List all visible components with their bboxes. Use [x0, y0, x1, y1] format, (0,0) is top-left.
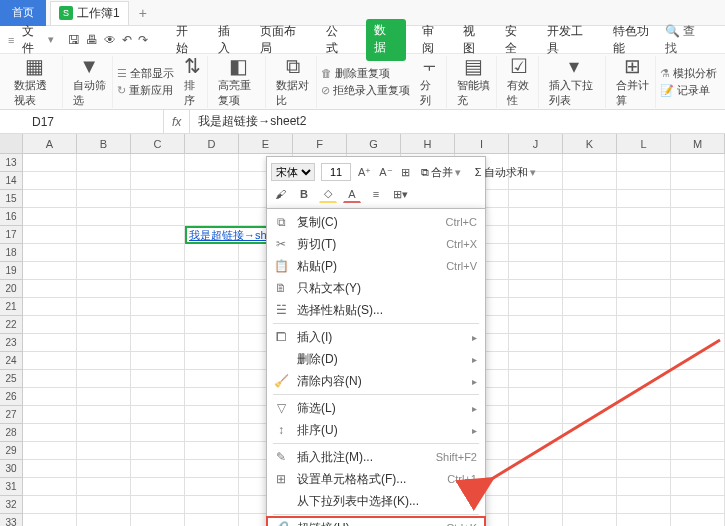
ribbon-insert-dropdown[interactable]: ▾插入下拉列表 — [543, 56, 606, 108]
cell[interactable] — [131, 334, 185, 352]
row-header[interactable]: 27 — [0, 406, 23, 424]
row-header[interactable]: 31 — [0, 478, 23, 496]
cell[interactable] — [509, 514, 563, 526]
cell[interactable] — [671, 442, 725, 460]
cell[interactable] — [77, 154, 131, 172]
cell[interactable] — [617, 352, 671, 370]
cell[interactable] — [23, 298, 77, 316]
tab-3[interactable]: 公式 — [324, 19, 352, 61]
cell[interactable] — [563, 208, 617, 226]
cell[interactable] — [617, 424, 671, 442]
cell[interactable] — [131, 514, 185, 526]
cell[interactable] — [23, 496, 77, 514]
cell[interactable] — [131, 172, 185, 190]
cell[interactable] — [131, 406, 185, 424]
cell[interactable] — [185, 406, 239, 424]
cell[interactable] — [23, 316, 77, 334]
cell[interactable] — [509, 316, 563, 334]
cell[interactable] — [563, 190, 617, 208]
cell[interactable] — [77, 244, 131, 262]
cell[interactable] — [185, 334, 239, 352]
format-painter-icon[interactable]: 🖌 — [271, 185, 289, 203]
cell[interactable] — [509, 352, 563, 370]
cell[interactable] — [671, 172, 725, 190]
cell[interactable] — [617, 460, 671, 478]
cell[interactable] — [185, 352, 239, 370]
cell[interactable] — [23, 172, 77, 190]
cell[interactable] — [23, 208, 77, 226]
column-header[interactable]: J — [509, 134, 563, 153]
formula-content[interactable]: 我是超链接→sheet2 — [190, 113, 725, 130]
ribbon-showall[interactable]: ☰全部显示 — [117, 66, 174, 81]
increase-font-icon[interactable]: A⁺ — [357, 163, 372, 181]
row-header[interactable]: 21 — [0, 298, 23, 316]
cell[interactable] — [77, 388, 131, 406]
font-select[interactable]: 宋体 — [271, 163, 315, 181]
row-header[interactable]: 20 — [0, 280, 23, 298]
cell[interactable] — [509, 388, 563, 406]
cell[interactable] — [563, 424, 617, 442]
cell[interactable] — [131, 298, 185, 316]
cell[interactable] — [185, 442, 239, 460]
cell[interactable] — [77, 370, 131, 388]
cell[interactable] — [77, 262, 131, 280]
cell[interactable] — [671, 496, 725, 514]
cell[interactable] — [617, 406, 671, 424]
cell[interactable] — [131, 226, 185, 244]
cell[interactable] — [185, 514, 239, 526]
row-header[interactable]: 32 — [0, 496, 23, 514]
cell[interactable] — [671, 424, 725, 442]
merge-button[interactable]: ⧉合并▾ — [417, 164, 465, 181]
autosum-button[interactable]: Σ自动求和▾ — [471, 164, 540, 181]
cell[interactable] — [131, 352, 185, 370]
cell[interactable] — [617, 244, 671, 262]
row-header[interactable]: 28 — [0, 424, 23, 442]
cell[interactable] — [671, 226, 725, 244]
column-header[interactable]: M — [671, 134, 725, 153]
cell[interactable] — [131, 208, 185, 226]
ribbon-reject-invalid[interactable]: ⊘拒绝录入重复项 — [321, 83, 410, 98]
cell[interactable] — [23, 226, 77, 244]
tab-2[interactable]: 页面布局 — [258, 19, 310, 61]
undo-icon[interactable]: ↶ — [122, 33, 132, 47]
cell[interactable] — [131, 262, 185, 280]
menu-item[interactable]: 🧹清除内容(N)▸ — [267, 370, 485, 392]
cell[interactable] — [23, 514, 77, 526]
cell[interactable] — [131, 154, 185, 172]
fx-icon[interactable]: fx — [164, 110, 190, 133]
cell[interactable] — [185, 316, 239, 334]
cell[interactable] — [23, 370, 77, 388]
row-header[interactable]: 30 — [0, 460, 23, 478]
cell[interactable] — [617, 262, 671, 280]
cell[interactable] — [563, 388, 617, 406]
find-button[interactable]: 🔍 查找 — [665, 23, 707, 57]
cell[interactable] — [185, 388, 239, 406]
cell[interactable] — [509, 442, 563, 460]
cell[interactable] — [617, 154, 671, 172]
cell[interactable] — [617, 226, 671, 244]
cell[interactable] — [23, 154, 77, 172]
cell[interactable] — [671, 406, 725, 424]
cell[interactable] — [509, 334, 563, 352]
ribbon-pivot[interactable]: ▦数据透视表 — [8, 56, 63, 108]
column-header[interactable]: B — [77, 134, 131, 153]
cell[interactable] — [23, 352, 77, 370]
menu-item[interactable]: ▽筛选(L)▸ — [267, 397, 485, 419]
bold-icon[interactable]: B — [295, 185, 313, 203]
cell[interactable] — [77, 478, 131, 496]
ribbon-record[interactable]: 📝记录单 — [660, 83, 717, 98]
cell[interactable] — [563, 262, 617, 280]
ribbon-whatif[interactable]: ⚗模拟分析 — [660, 66, 717, 81]
menu-item[interactable]: 📋粘贴(P)Ctrl+V — [267, 255, 485, 277]
cell[interactable] — [509, 262, 563, 280]
ribbon-split[interactable]: ⫟分列 — [414, 56, 447, 108]
row-header[interactable]: 23 — [0, 334, 23, 352]
cell[interactable] — [509, 370, 563, 388]
cell[interactable] — [563, 478, 617, 496]
cell[interactable] — [671, 208, 725, 226]
menu-icon[interactable]: ≡ — [8, 34, 14, 46]
cell[interactable] — [671, 154, 725, 172]
cell[interactable] — [671, 460, 725, 478]
cell[interactable] — [185, 190, 239, 208]
cell[interactable] — [671, 280, 725, 298]
